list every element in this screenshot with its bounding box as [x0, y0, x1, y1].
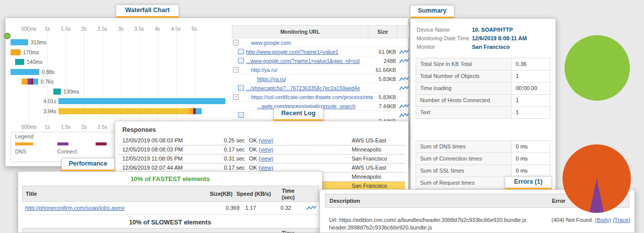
log-status: OK (view) — [249, 154, 273, 163]
waterfall-bar-row: 140ms — [6, 59, 232, 65]
perf-table-header: TitleSize(KB)Speed (KB/s)Time (sec) — [22, 228, 319, 233]
url-row: −http://ya.ru/5.83KB — [232, 65, 409, 74]
legend-item — [96, 142, 107, 148]
status-ok: OK — [249, 146, 259, 152]
legend-label: Connect — [57, 148, 77, 154]
time-tick-label: 500ms — [21, 124, 36, 130]
waterfall-bar-segment — [28, 79, 31, 85]
url-link[interactable]: http://www.google.com/?name1=value1 — [246, 47, 339, 56]
sparkline-icon[interactable] — [399, 103, 409, 111]
stats-value: 1 — [512, 70, 550, 82]
performance-panel: 10% of FASTEST elements TitleSize(KB)Spe… — [18, 171, 323, 233]
tab-summary[interactable]: Summary — [410, 5, 454, 18]
error-description-line2: header.3998d7b2c933bc66e920.bundle.js — [329, 224, 432, 230]
stats-value: 00:00.00 — [512, 83, 550, 94]
log-location: Minneapolis — [352, 173, 381, 181]
bar-duration-label: 170ms — [23, 49, 39, 55]
waterfall-bar-segment — [11, 69, 39, 75]
log-location: San Francisco — [352, 154, 387, 163]
url-link[interactable]: http://ya.ru/ — [251, 65, 278, 74]
tab-performance[interactable]: Performance — [61, 158, 115, 171]
stats-label: Sum of Connection times — [416, 153, 512, 165]
legend-swatch — [15, 142, 33, 145]
sparkline-icon[interactable] — [399, 76, 409, 84]
perf-header-title: Title — [26, 191, 37, 197]
url-link[interactable]: .../showcaptcha?...7672363358c7ec2a159ae… — [246, 84, 360, 93]
status-ok: OK — [249, 137, 259, 143]
stats-value: 1 — [512, 107, 550, 118]
stats-label: Sum of Request times — [416, 177, 512, 189]
tab-waterfall-chart[interactable]: Waterfall Chart — [116, 5, 179, 18]
log-location: AWS US-East — [352, 164, 386, 172]
monitoring-dashboard: 500ms1s1.5s2s2.5s3s3.5s4s4.5s5s 310ms170… — [0, 0, 644, 233]
legend-item: DNS — [15, 142, 33, 154]
log-status: OK (view) — [249, 136, 273, 145]
stats-label: Text — [416, 107, 512, 118]
stats-label: Sum of DNS times — [416, 141, 512, 152]
sparkline-icon[interactable] — [399, 49, 409, 56]
url-link[interactable]: ...www.google.com/?name1=value1&gws_rd=s… — [246, 56, 360, 65]
stats-row: Number of Hosts Connected1 — [416, 95, 550, 107]
trace-link[interactable]: (Trace) — [613, 217, 630, 223]
slowest-elements-table: TitleSize(KB)Speed (KB/s)Time (sec) — [22, 228, 319, 233]
url-link[interactable]: https://ssl-certificate-center.thawte.co… — [251, 93, 373, 102]
status-ok: OK — [249, 165, 259, 171]
bar-duration-label: 4.01s — [29, 98, 56, 104]
stats-value: 0.36 — [512, 58, 550, 70]
collapse-minus-icon[interactable]: − — [233, 67, 238, 72]
url-link[interactable]: www.google.com — [251, 38, 291, 47]
waterfall-bar-row: 0.76s — [6, 79, 232, 85]
collapse-minus-icon[interactable]: − — [233, 40, 238, 45]
perf-title-link[interactable]: http://phoneconfirm.com/soap/jobs.asmx — [25, 205, 124, 211]
slowest-elements-title: 10% of SLOWEST elements — [18, 219, 322, 226]
stats-value: 0 ms — [512, 165, 550, 177]
url-row: ...www.google.com/?name1=value1&gws_rd=s… — [232, 56, 409, 65]
stats-row: Time loading00:00.00 — [416, 83, 550, 95]
waterfall-bar-segment — [53, 89, 61, 95]
stats-row: Sum of DNS times0 ms — [416, 141, 550, 153]
view-link[interactable]: (view) — [259, 137, 273, 143]
summary-info-value: San Francisco — [472, 44, 510, 50]
sparkline-icon[interactable] — [399, 112, 409, 120]
tab-recent-log[interactable]: Recent Log — [273, 108, 324, 121]
perf-header-size: Size(KB) — [210, 191, 232, 197]
summary-panel: Device Name10. SOAP/HTTPMonitoring Date … — [410, 18, 556, 195]
url-row: .../showcaptcha?...7672363358c7ec2a159ae… — [232, 84, 409, 93]
log-location: Minneapolis — [352, 145, 381, 154]
page-icon — [238, 85, 244, 91]
stats-label: Sum of SSL times — [416, 165, 512, 177]
time-tick-label: 1s — [45, 124, 50, 130]
view-link[interactable]: (view) — [259, 165, 273, 171]
legend-swatch — [57, 142, 68, 145]
url-link[interactable]: https://ya.ru/ — [257, 74, 286, 84]
log-datetime: 12/05/2019 08:08:03 PM — [122, 145, 183, 154]
sparkline-icon[interactable] — [399, 58, 409, 65]
log-duration: 0.25 sec — [224, 136, 245, 145]
error-description-line1: Url: https://edition.cnn.com/.a/bundles/… — [329, 217, 526, 223]
perf-speed-value: 1.17 — [236, 205, 256, 211]
perf-row: http://phoneconfirm.com/soap/jobs.asmx0.… — [22, 202, 319, 215]
tab-errors[interactable]: Errors (1) — [505, 176, 552, 189]
perf-header-speed: Speed (KB/s) — [236, 191, 271, 197]
legend-swatch — [96, 142, 107, 145]
waterfall-bar-row: 3.94s — [6, 108, 232, 115]
page-icon — [238, 112, 244, 118]
sparkline-icon[interactable] — [306, 205, 316, 212]
body-link[interactable]: (Body) — [595, 217, 611, 223]
waterfall-bar-segment — [58, 98, 225, 104]
url-row: https://ya.ru/ — [232, 74, 409, 84]
waterfall-bar-segment — [15, 59, 24, 65]
waterfall-bar-segment — [58, 108, 189, 114]
view-link[interactable]: (view) — [259, 156, 273, 162]
view-link[interactable]: (view) — [259, 146, 273, 152]
log-row: 12/05/2019 11:08:05 PM0.31 secOK (view)S… — [119, 154, 405, 164]
stats-row: Sum of Connection times0 ms — [416, 153, 550, 165]
bar-duration-label: 140ms — [27, 59, 43, 65]
collapse-minus-icon[interactable]: − — [233, 94, 238, 100]
sparkline-icon[interactable] — [399, 85, 409, 93]
perf-time-value: 0.32 — [271, 205, 291, 211]
log-row: 12/05/2019 05:08:03 PM0.25 secOK (view)A… — [119, 136, 405, 145]
perf-table-header: TitleSize(KB)Speed (KB/s)Time (sec) — [22, 186, 319, 202]
stats-row: Total Size in KB Total0.36 — [416, 58, 550, 70]
summary-info-label: Device Name — [417, 27, 450, 33]
